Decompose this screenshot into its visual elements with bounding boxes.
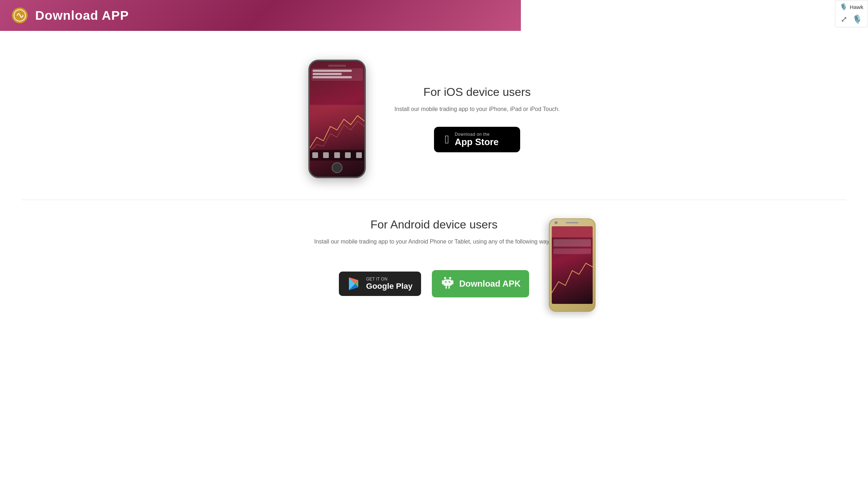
hawk-toolbar: 🎙️ Hawk ⤢ 🎙️	[835, 0, 868, 27]
google-play-text: GET IT ON Google Play	[366, 277, 412, 291]
svg-point-9	[445, 281, 447, 283]
apk-big-text: Download APK	[459, 279, 521, 289]
samsung-screen	[552, 226, 593, 304]
iphone-home-button	[332, 162, 342, 173]
iphone-screen	[310, 61, 364, 177]
svg-rect-8	[443, 279, 452, 286]
svg-rect-13	[445, 286, 447, 289]
tab-icon-5	[356, 152, 362, 158]
apk-button-text: Download APK	[459, 279, 521, 289]
ios-section-description: Install our mobile trading app to your i…	[395, 106, 560, 112]
samsung-mockup	[549, 218, 596, 312]
hawk-label: Hawk	[850, 4, 863, 10]
expand-icon[interactable]: ⤢	[841, 14, 847, 24]
header: Download APP	[0, 0, 521, 31]
screen-content	[311, 68, 363, 81]
svg-rect-15	[552, 226, 593, 237]
microphone-off-icon: 🎙️	[840, 3, 848, 11]
svg-point-10	[449, 281, 450, 283]
page-title: Download APP	[35, 8, 129, 23]
samsung-camera	[555, 221, 557, 224]
apk-download-button[interactable]: Download APK	[432, 270, 529, 297]
android-robot-icon	[440, 275, 455, 292]
screen-line-1	[313, 70, 352, 72]
apple-icon: 	[445, 134, 449, 145]
ios-section-title: For iOS device users	[395, 85, 560, 99]
app-store-small-text: Download on the	[455, 132, 490, 137]
mute-icon[interactable]: 🎙️	[852, 14, 862, 24]
android-section: For Android device users Install our mob…	[0, 207, 868, 305]
iphone-mockup	[308, 60, 366, 178]
tab-icon-1	[312, 152, 318, 158]
samsung-mockup-container	[549, 218, 596, 312]
app-store-button-text: Download on the App Store	[455, 132, 499, 147]
iphone-bottom-bar	[310, 150, 364, 161]
screen-chart	[310, 105, 364, 155]
android-section-title: For Android device users	[314, 218, 554, 231]
app-store-button[interactable]:  Download on the App Store	[434, 127, 520, 152]
svg-rect-17	[554, 249, 591, 254]
ios-section: For iOS device users Install our mobile …	[183, 45, 685, 193]
google-play-big-text: Google Play	[366, 282, 412, 291]
app-store-big-text: App Store	[455, 137, 499, 147]
svg-rect-12	[452, 280, 453, 284]
svg-point-7	[449, 277, 451, 279]
svg-point-6	[444, 277, 446, 279]
ios-text-section: For iOS device users Install our mobile …	[395, 85, 560, 152]
iphone-mockup-container	[308, 60, 366, 178]
google-play-button[interactable]: GET IT ON Google Play	[339, 272, 421, 296]
main-content: For iOS device users Install our mobile …	[0, 31, 868, 319]
android-text-section: For Android device users Install our mob…	[314, 218, 554, 259]
app-logo	[11, 6, 29, 24]
samsung-speaker	[566, 222, 579, 223]
screen-line-2	[313, 73, 342, 75]
svg-rect-14	[448, 286, 450, 289]
tab-icon-4	[345, 152, 351, 158]
svg-rect-16	[554, 239, 591, 247]
google-play-icon	[347, 277, 362, 291]
android-section-description: Install our mobile trading app to your A…	[314, 238, 554, 245]
google-play-small-text: GET IT ON	[366, 277, 412, 282]
section-divider	[22, 200, 846, 200]
tab-icon-2	[323, 152, 329, 158]
svg-rect-11	[442, 280, 443, 284]
android-buttons-row: GET IT ON Google Play	[272, 270, 596, 297]
screen-line-3	[313, 76, 352, 78]
tab-icon-3	[334, 152, 340, 158]
